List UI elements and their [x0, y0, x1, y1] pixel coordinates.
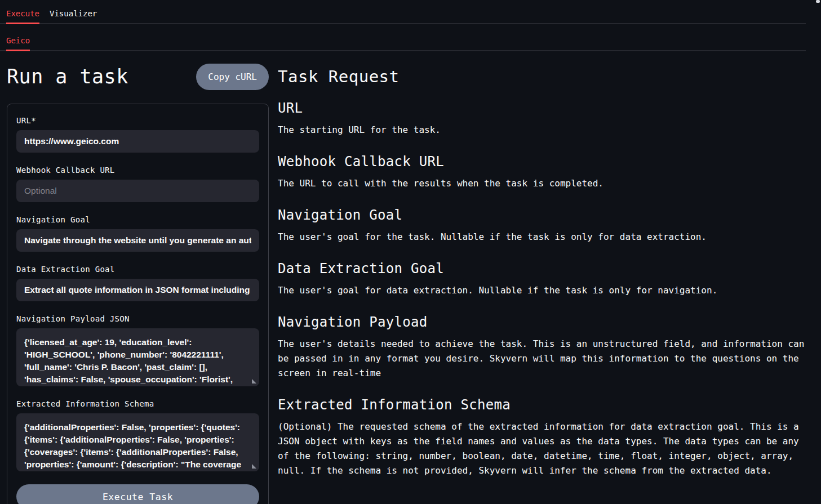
doc-body-navigation-payload: The user's details needed to achieve the…: [278, 337, 806, 381]
field-navigation-payload: Navigation Payload JSON {'licensed_at_ag…: [16, 314, 259, 386]
extracted-schema-textarea[interactable]: {'additionalProperties': False, 'propert…: [16, 413, 259, 471]
doc-heading-extracted-schema: Extracted Information Schema: [278, 397, 806, 413]
field-data-extraction-goal: Data Extraction Goal: [16, 265, 259, 301]
tab-visualizer[interactable]: Visualizer: [50, 0, 97, 24]
field-url: URL*: [16, 116, 259, 153]
extracted-schema-wrap: {'additionalProperties': False, 'propert…: [16, 413, 259, 471]
navigation-goal-label: Navigation Goal: [16, 215, 259, 224]
doc-heading-webhook: Webhook Callback URL: [278, 154, 806, 170]
copy-curl-button[interactable]: Copy cURL: [196, 64, 269, 90]
doc-heading-navigation-goal: Navigation Goal: [278, 207, 806, 223]
navigation-payload-wrap: {'licensed_at_age': 19, 'education_level…: [16, 328, 259, 386]
navigation-payload-textarea[interactable]: {'licensed_at_age': 19, 'education_level…: [16, 328, 259, 386]
main-content: Run a task Copy cURL URL* Webhook Callba…: [0, 51, 806, 504]
field-navigation-goal: Navigation Goal: [16, 215, 259, 252]
doc-body-navigation-goal: The user's goal for the task. Nullable i…: [278, 230, 806, 244]
resize-handle-icon[interactable]: [252, 464, 256, 469]
doc-body-webhook: The URL to call with the results when th…: [278, 176, 806, 191]
url-label: URL*: [16, 116, 259, 125]
form-header: Run a task Copy cURL: [7, 63, 269, 90]
task-form-card: URL* Webhook Callback URL Navigation Goa…: [7, 104, 269, 504]
doc-body-data-extraction-goal: The user's goal for data extraction. Nul…: [278, 283, 806, 298]
webhook-label: Webhook Callback URL: [16, 166, 259, 175]
task-form-column: Run a task Copy cURL URL* Webhook Callba…: [7, 63, 269, 504]
data-extraction-goal-input[interactable]: [16, 279, 259, 301]
tab-execute[interactable]: Execute: [6, 0, 39, 24]
execute-task-button[interactable]: Execute Task: [16, 484, 259, 504]
main-tabbar: Execute Visualizer: [0, 0, 806, 24]
doc-body-extracted-schema: (Optional) The requested schema of the e…: [278, 420, 806, 478]
tab-geico[interactable]: Geico: [6, 24, 30, 51]
navigation-payload-label: Navigation Payload JSON: [16, 314, 259, 323]
extracted-schema-label: Extracted Information Schema: [16, 399, 259, 408]
doc-heading-data-extraction-goal: Data Extraction Goal: [278, 261, 806, 276]
scrollbar-thumb[interactable]: [816, 0, 820, 3]
doc-body-url: The starting URL for the task.: [278, 123, 806, 137]
doc-heading-url: URL: [278, 100, 806, 116]
app-root: Execute Visualizer Geico Run a task Copy…: [0, 0, 821, 504]
data-extraction-goal-label: Data Extraction Goal: [16, 265, 259, 274]
resize-handle-icon[interactable]: [252, 379, 256, 383]
page-title: Run a task: [7, 64, 128, 89]
webhook-input[interactable]: [16, 180, 259, 202]
docs-title: Task Request: [278, 68, 806, 86]
url-input[interactable]: [16, 130, 259, 153]
field-webhook: Webhook Callback URL: [16, 166, 259, 202]
doc-heading-navigation-payload: Navigation Payload: [278, 314, 806, 330]
sub-tabbar: Geico: [0, 24, 806, 51]
page: Execute Visualizer Geico Run a task Copy…: [0, 0, 806, 504]
field-extracted-schema: Extracted Information Schema {'additiona…: [16, 399, 259, 471]
navigation-goal-input[interactable]: [16, 229, 259, 252]
docs-column: Task Request URL The starting URL for th…: [278, 63, 806, 504]
